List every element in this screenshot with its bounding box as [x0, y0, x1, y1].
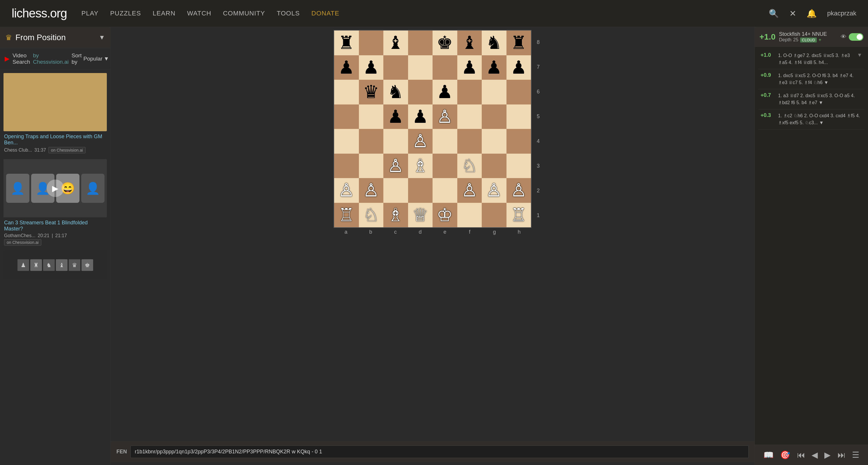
video-thumb-3[interactable]: ♟ ♜ ♞ ♝ ♛ ♚ — [3, 251, 107, 280]
square-f7[interactable]: ♟ — [457, 55, 482, 80]
square-e1[interactable]: ♔ — [433, 203, 457, 227]
square-a6[interactable] — [334, 80, 359, 104]
line-expand-1[interactable]: ▼ — [857, 52, 862, 58]
square-c4[interactable] — [383, 129, 408, 154]
engine-line-1[interactable]: +1.0 1. O-O ♗ge7 2. dxc5 ♕xc5 3. ♗e3 ♗a5… — [758, 49, 865, 69]
square-g5[interactable] — [482, 104, 506, 129]
engine-toggle-switch[interactable] — [849, 33, 863, 41]
square-h1[interactable]: ♖ — [506, 203, 531, 227]
square-g7[interactable]: ♟ — [482, 55, 506, 80]
sort-dropdown[interactable]: Popular ▼ — [84, 56, 109, 62]
square-e6[interactable]: ♟ — [433, 80, 457, 104]
square-d8[interactable] — [408, 31, 433, 55]
square-c7[interactable] — [383, 55, 408, 80]
search-icon[interactable]: 🔍 — [769, 9, 779, 18]
menu-icon[interactable]: ☰ — [849, 449, 862, 461]
nav-community[interactable]: COMMUNITY — [223, 9, 265, 17]
square-g1[interactable] — [482, 203, 506, 227]
square-a2[interactable]: ♙ — [334, 178, 359, 203]
logo[interactable]: lichess.org — [12, 6, 67, 20]
close-icon[interactable]: ✕ — [789, 9, 796, 18]
square-h2[interactable]: ♙ — [506, 178, 531, 203]
video-card-2[interactable]: 👤 👤 😄 👤 ▶ Can 3 Streamers Beat 1 Blindfo… — [3, 159, 107, 245]
square-h8[interactable]: ♜ — [506, 31, 531, 55]
square-g2[interactable]: ♙ — [482, 178, 506, 203]
video-thumb-2[interactable]: 👤 👤 😄 👤 ▶ — [3, 159, 107, 217]
square-b1[interactable]: ♘ — [359, 203, 384, 227]
username[interactable]: pkacprzak — [827, 9, 856, 17]
square-a3[interactable] — [334, 154, 359, 178]
play-button-1[interactable]: ▶ — [76, 109, 87, 120]
square-b3[interactable] — [359, 154, 384, 178]
chessvision-link[interactable]: by Chessvision.ai — [33, 52, 69, 65]
square-f1[interactable] — [457, 203, 482, 227]
fen-input[interactable] — [130, 445, 749, 458]
square-e2[interactable] — [433, 178, 457, 203]
engine-line-3[interactable]: +0.7 1. a3 ♕d7 2. dxc5 ♕xc5 3. O-O a5 4.… — [758, 89, 865, 110]
square-b7[interactable]: ♟ — [359, 55, 384, 80]
square-e5[interactable]: ♙ — [433, 104, 457, 129]
square-d3[interactable]: ♗ — [408, 154, 433, 178]
square-b2[interactable]: ♙ — [359, 178, 384, 203]
square-e7[interactable] — [433, 55, 457, 80]
target-icon[interactable]: 🎯 — [777, 449, 793, 461]
square-b6[interactable]: ♛ — [359, 80, 384, 104]
engine-line-2[interactable]: +0.9 1. dxc5 ♕xc5 2. O-O f6 3. b4 ♗e7 4.… — [758, 69, 865, 89]
square-c5[interactable]: ♟ — [383, 104, 408, 129]
fullscreen-icon-1[interactable]: ⛶ — [99, 112, 104, 118]
step-forward-icon[interactable]: ▶ — [822, 449, 834, 461]
square-d6[interactable] — [408, 80, 433, 104]
square-a8[interactable]: ♜ — [334, 31, 359, 55]
engine-line-4[interactable]: +0.3 1. ♗c2 ♘h6 2. O-O cxd4 3. cxd4 ♗f5 … — [758, 110, 865, 129]
square-h3[interactable] — [506, 154, 531, 178]
square-h5[interactable] — [506, 104, 531, 129]
square-e3[interactable] — [433, 154, 457, 178]
square-c6[interactable]: ♞ — [383, 80, 408, 104]
square-h4[interactable] — [506, 129, 531, 154]
square-b4[interactable] — [359, 129, 384, 154]
video-card-3[interactable]: ♟ ♜ ♞ ♝ ♛ ♚ — [3, 251, 107, 280]
nav-tools[interactable]: TOOLS — [277, 9, 300, 17]
square-f2[interactable]: ♙ — [457, 178, 482, 203]
square-c8[interactable]: ♝ — [383, 31, 408, 55]
square-a1[interactable]: ♖ — [334, 203, 359, 227]
square-e8[interactable]: ♚ — [433, 31, 457, 55]
video-title-link-2[interactable]: Can 3 Streamers Beat 1 Blindfolded Maste… — [4, 220, 106, 232]
square-a7[interactable]: ♟ — [334, 55, 359, 80]
bell-icon[interactable]: 🔔 — [807, 9, 817, 18]
square-d7[interactable] — [408, 55, 433, 80]
square-d4[interactable]: ♙ — [408, 129, 433, 154]
play-button-2[interactable]: ▶ — [46, 180, 64, 197]
square-d2[interactable] — [408, 178, 433, 203]
chess-board[interactable]: ♜♝♚♝♞♜♟♟♟♟♟♛♞♟♟♟♙♙♙♗♘♙♙♙♙♙♖♘♗♕♔♖ — [334, 30, 531, 228]
square-h7[interactable]: ♟ — [506, 55, 531, 80]
square-f3[interactable]: ♘ — [457, 154, 482, 178]
square-c2[interactable] — [383, 178, 408, 203]
square-a4[interactable] — [334, 129, 359, 154]
dropdown-arrow[interactable]: ▼ — [99, 34, 105, 41]
square-d1[interactable]: ♕ — [408, 203, 433, 227]
square-g8[interactable]: ♞ — [482, 31, 506, 55]
skip-back-icon[interactable]: ⏮ — [794, 449, 808, 461]
nav-donate[interactable]: DONATE — [311, 9, 339, 17]
square-f4[interactable] — [457, 129, 482, 154]
book-icon[interactable]: 📖 — [761, 449, 777, 461]
square-c1[interactable]: ♗ — [383, 203, 408, 227]
eye-icon[interactable]: 👁 — [841, 33, 846, 40]
square-a5[interactable] — [334, 104, 359, 129]
square-g6[interactable] — [482, 80, 506, 104]
square-f5[interactable] — [457, 104, 482, 129]
nav-learn[interactable]: LEARN — [153, 9, 175, 17]
square-g3[interactable] — [482, 154, 506, 178]
nav-play[interactable]: PLAY — [82, 9, 99, 17]
square-g4[interactable] — [482, 129, 506, 154]
square-c3[interactable]: ♙ — [383, 154, 408, 178]
step-back-icon[interactable]: ◀ — [809, 449, 821, 461]
video-thumb-1[interactable]: 👤 Opening Traps and Lo... ▶ CC ⛶ YouTube — [3, 73, 107, 131]
square-f8[interactable]: ♝ — [457, 31, 482, 55]
skip-forward-icon[interactable]: ⏭ — [835, 449, 848, 461]
square-b8[interactable] — [359, 31, 384, 55]
square-b5[interactable] — [359, 104, 384, 129]
video-card-1[interactable]: 👤 Opening Traps and Lo... ▶ CC ⛶ YouTube — [3, 73, 107, 153]
nav-watch[interactable]: WATCH — [187, 9, 211, 17]
